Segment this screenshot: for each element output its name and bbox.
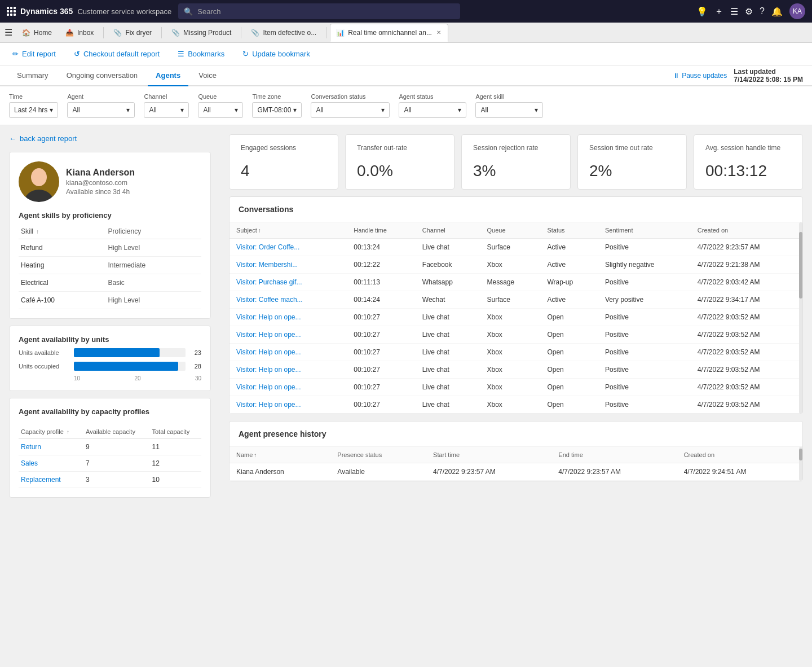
metric-value: 2%	[589, 162, 675, 180]
tab-summary[interactable]: Summary	[9, 65, 56, 86]
availability-title: Agent availability by units	[19, 335, 201, 344]
capacity-row: Sales712	[19, 455, 201, 472]
proficiency-col-header: Proficiency	[105, 224, 201, 239]
search-input[interactable]	[197, 7, 454, 16]
back-navigation[interactable]: ← back agent report	[9, 134, 211, 143]
agent-email: kiana@contoso.com	[66, 179, 135, 187]
metric-card: Engaged sessions 4	[229, 134, 338, 190]
skill-row: Café A-100High Level	[19, 292, 201, 309]
notification-icon[interactable]: 🔔	[771, 6, 783, 17]
table-row: Visitor: Help on ope... 00:10:27 Live ch…	[230, 378, 802, 396]
tab-real-time[interactable]: 📊 Real time omnichannel an... ✕	[330, 24, 448, 42]
global-search-bar[interactable]: 🔍	[178, 3, 460, 19]
tab-voice[interactable]: Voice	[191, 65, 224, 86]
tab-agents[interactable]: Agents	[148, 65, 188, 86]
agent-details: Kiana Anderson kiana@contoso.com Availab…	[66, 168, 135, 196]
channel-filter-select[interactable]: All ▾	[144, 102, 189, 118]
user-avatar[interactable]: KA	[789, 3, 805, 19]
chevron-down-icon-2: ▾	[126, 106, 130, 114]
add-icon[interactable]: ＋	[714, 6, 723, 17]
capacity-title: Agent availability by capacity profiles	[19, 407, 149, 416]
checkout-default-button[interactable]: ↺ Checkout default report	[70, 47, 163, 60]
conversations-card: Conversations Subject↑Handle timeChannel…	[229, 196, 803, 414]
hamburger-icon[interactable]: ☰	[730, 6, 738, 17]
presence-history-card: Agent presence history Name↑Presence sta…	[229, 421, 803, 481]
tab-close-icon[interactable]: ✕	[435, 28, 442, 37]
filter-channel: Channel All ▾	[144, 93, 189, 118]
bar-row: Units available 23	[19, 348, 201, 357]
capacity-row: Return911	[19, 439, 201, 455]
conversations-title: Conversations	[230, 197, 802, 222]
capacity-profiles-card: Agent availability by capacity profiles …	[9, 398, 211, 498]
tab-menu-icon[interactable]: ☰	[5, 27, 12, 38]
sort-icon[interactable]: ↑	[36, 229, 39, 235]
pause-updates-button[interactable]: ⏸ Pause updates	[673, 72, 727, 80]
update-icon: ↻	[242, 50, 249, 58]
metric-value: 0.0%	[357, 162, 443, 180]
edit-icon: ✏	[12, 50, 19, 58]
table-row: Visitor: Coffee mach... 00:14:24 Wechat …	[230, 291, 802, 308]
presence-col-header: Presence status	[330, 447, 426, 463]
conv-col-header: Subject↑	[230, 222, 347, 239]
capacity-sort-icon[interactable]: ↑	[67, 429, 69, 435]
table-row: Visitor: Membershi... 00:12:22 Facebook …	[230, 256, 802, 273]
update-bookmark-button[interactable]: ↻ Update bookmark	[239, 47, 314, 60]
chevron-down-icon-3: ▾	[180, 106, 184, 114]
skills-table: Skill ↑ Proficiency RefundHigh LevelHeat…	[19, 224, 201, 309]
edit-report-button[interactable]: ✏ Edit report	[9, 47, 59, 60]
skill-row: ElectricalBasic	[19, 274, 201, 292]
presence-sort-icon[interactable]: ↑	[254, 452, 257, 458]
metrics-row: Engaged sessions 4 Transfer out-rate 0.0…	[229, 134, 803, 190]
right-panel: Engaged sessions 4 Transfer out-rate 0.0…	[220, 125, 812, 667]
tab-ongoing-conversation[interactable]: Ongoing conversation	[59, 65, 145, 86]
settings-icon[interactable]: ⚙	[745, 6, 753, 17]
metric-title: Engaged sessions	[241, 144, 326, 153]
top-navigation: Dynamics 365 Customer service workspace …	[0, 0, 812, 23]
table-row: Visitor: Help on ope... 00:10:27 Live ch…	[230, 343, 802, 361]
help-icon[interactable]: ?	[760, 6, 765, 16]
presence-scroll-thumb[interactable]	[799, 449, 802, 460]
table-row: Visitor: Help on ope... 00:10:27 Live ch…	[230, 396, 802, 413]
timezone-filter-select[interactable]: GMT-08:00 ▾	[252, 102, 302, 118]
link-icon-2: 📎	[171, 29, 180, 37]
presence-col-header: Name↑	[230, 447, 330, 463]
scroll-thumb[interactable]	[799, 232, 802, 299]
agent-info: Kiana Anderson kiana@contoso.com Availab…	[19, 161, 201, 202]
presence-title: Agent presence history	[230, 422, 802, 447]
agent-skill-filter-select[interactable]: All ▾	[475, 102, 543, 118]
tab-inbox[interactable]: 📥 Inbox	[59, 24, 100, 42]
time-filter-select[interactable]: Last 24 hrs ▾	[9, 102, 58, 118]
tab-separator-1	[103, 27, 104, 38]
brand-name: Dynamics 365	[20, 7, 73, 16]
home-icon: 🏠	[22, 29, 30, 37]
agent-status-filter-select[interactable]: All ▾	[399, 102, 466, 118]
conversations-table: Subject↑Handle timeChannelQueueStatusSen…	[230, 222, 802, 414]
conv-sort-icon[interactable]: ↑	[258, 227, 261, 234]
tab-item-defective[interactable]: 📎 Item defective o...	[245, 24, 323, 42]
agent-filter-select[interactable]: All ▾	[67, 102, 135, 118]
back-arrow-icon: ←	[9, 134, 16, 143]
link-icon: 📎	[113, 29, 122, 37]
nav-actions: 💡 ＋ ☰ ⚙ ? 🔔 KA	[696, 3, 805, 19]
waffle-menu-icon[interactable]	[7, 7, 16, 16]
tab-home[interactable]: 🏠 Home	[16, 24, 58, 42]
queue-filter-select[interactable]: All ▾	[198, 102, 243, 118]
tab-separator-3	[241, 27, 241, 38]
profile-col-header: Capacity profile ↑	[19, 425, 83, 439]
chevron-down-icon: ▾	[50, 106, 53, 114]
chevron-down-icon-8: ▾	[535, 106, 538, 114]
tab-fix-dryer[interactable]: 📎 Fix dryer	[107, 24, 158, 42]
lightbulb-icon[interactable]: 💡	[696, 6, 708, 17]
scroll-track[interactable]	[799, 222, 802, 414]
table-row: Visitor: Purchase gif... 00:11:13 Whatsa…	[230, 273, 802, 291]
tab-missing-product[interactable]: 📎 Missing Product	[165, 24, 237, 42]
filter-conv-status: Conversation status All ▾	[311, 93, 390, 118]
presence-scroll-track[interactable]	[799, 447, 802, 481]
conv-col-header: Queue	[480, 222, 541, 239]
bookmarks-button[interactable]: ☰ Bookmarks	[174, 47, 228, 60]
report-toolbar: ✏ Edit report ↺ Checkout default report …	[0, 43, 812, 65]
metric-card: Transfer out-rate 0.0%	[345, 134, 454, 190]
conv-status-filter-select[interactable]: All ▾	[311, 102, 390, 118]
chart-icon: 📊	[336, 29, 345, 37]
main-content: ← back agent report Kiana Anderson kiana…	[0, 125, 812, 667]
